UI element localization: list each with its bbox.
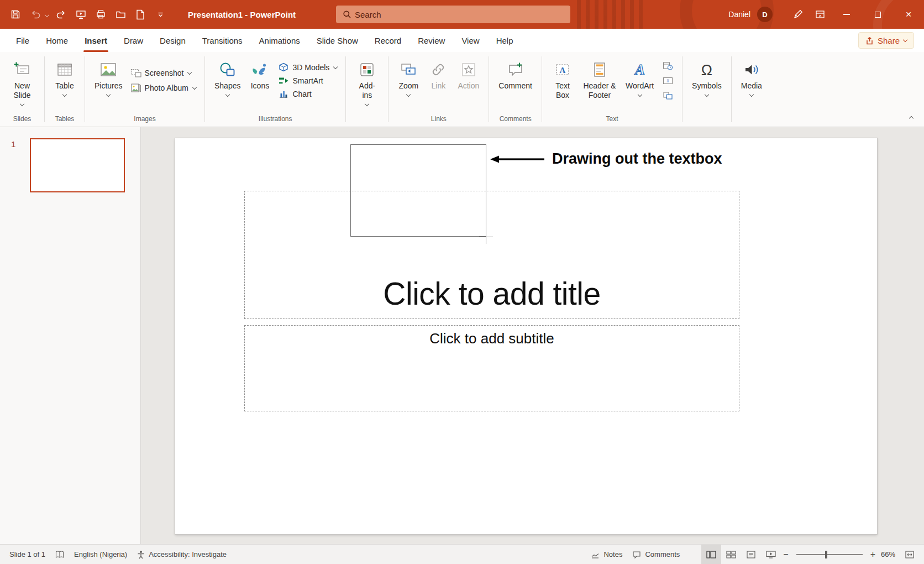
save-button[interactable] xyxy=(7,6,24,23)
notes-button[interactable]: Notes xyxy=(586,545,627,564)
new-document-icon xyxy=(136,9,145,20)
new-file-button[interactable] xyxy=(132,6,149,23)
group-separator xyxy=(388,56,389,122)
minimize-button[interactable] xyxy=(831,0,862,29)
slide-sorter-icon xyxy=(726,551,736,558)
comment-button[interactable]: Comment xyxy=(495,55,536,113)
user-avatar[interactable]: D xyxy=(757,7,773,22)
titlebar: Presentation1 - PowerPoint Search Daniel… xyxy=(0,0,924,29)
media-label: Media xyxy=(741,81,762,91)
collapse-ribbon-button[interactable] xyxy=(905,112,917,122)
chevron-down-icon xyxy=(749,92,754,97)
share-button[interactable]: Share xyxy=(858,32,914,49)
zoom-in-button[interactable]: + xyxy=(868,550,878,560)
symbols-button[interactable]: Ω Symbols xyxy=(688,55,726,113)
tab-view[interactable]: View xyxy=(453,29,487,52)
shapes-button[interactable]: Shapes xyxy=(211,55,244,113)
slide-sorter-view-button[interactable] xyxy=(721,545,741,564)
slide-number-button[interactable]: # xyxy=(661,75,674,86)
language-indicator[interactable]: English (Nigeria) xyxy=(69,545,132,564)
header-footer-icon xyxy=(591,56,608,79)
open-file-button[interactable] xyxy=(112,6,129,23)
screenshot-button[interactable]: Screenshot xyxy=(130,68,196,78)
slide-show-view-button[interactable] xyxy=(761,545,781,564)
maximize-button[interactable] xyxy=(862,0,893,29)
smartart-button[interactable]: SmartArt xyxy=(278,76,337,86)
photo-album-button[interactable]: Photo Album xyxy=(130,83,196,93)
object-button[interactable] xyxy=(661,90,674,101)
tab-record[interactable]: Record xyxy=(366,29,410,52)
3d-models-button[interactable]: 3D Models xyxy=(278,62,337,72)
photo-album-label: Photo Album xyxy=(145,83,188,92)
inking-button[interactable] xyxy=(787,3,809,25)
titlebar-right: Daniel D ✕ xyxy=(728,0,924,29)
media-button[interactable]: Media xyxy=(737,55,766,113)
wordart-button[interactable]: A WordArt xyxy=(622,55,658,113)
tab-home[interactable]: Home xyxy=(38,29,76,52)
subtitle-placeholder[interactable]: Click to add subtitle xyxy=(244,325,739,411)
zoom-out-button[interactable]: − xyxy=(781,550,790,560)
zoom-button[interactable]: Zoom xyxy=(394,55,423,113)
tab-slide-show[interactable]: Slide Show xyxy=(308,29,366,52)
icons-button[interactable]: Icons xyxy=(245,55,274,113)
zoom-slider-thumb[interactable] xyxy=(825,551,827,558)
close-button[interactable]: ✕ xyxy=(893,0,924,29)
chart-button[interactable]: Chart xyxy=(278,89,337,99)
share-icon xyxy=(865,36,874,45)
chevron-down-icon xyxy=(637,92,642,97)
normal-view-button[interactable] xyxy=(701,545,721,564)
group-label-illustrations: Illustrations xyxy=(208,113,342,127)
reading-view-button[interactable] xyxy=(741,545,761,564)
slide-thumbnail[interactable] xyxy=(30,138,125,192)
group-separator xyxy=(345,56,346,122)
tab-animations[interactable]: Animations xyxy=(251,29,308,52)
tab-file[interactable]: File xyxy=(8,29,38,52)
new-slide-button[interactable]: New Slide xyxy=(6,55,39,113)
minimize-icon xyxy=(843,14,850,15)
date-time-button[interactable] xyxy=(661,60,674,71)
tab-help[interactable]: Help xyxy=(488,29,522,52)
annotation-text: Drawing out the textbox xyxy=(552,150,722,168)
search-input[interactable]: Search xyxy=(336,6,570,23)
quick-access-toolbar xyxy=(0,6,169,23)
undo-icon xyxy=(30,10,41,19)
slide[interactable]: Drawing out the textbox Click to add tit… xyxy=(175,138,877,534)
comments-button[interactable]: Comments xyxy=(627,545,685,564)
tab-draw[interactable]: Draw xyxy=(116,29,151,52)
svg-text:A: A xyxy=(634,61,645,78)
tab-transitions[interactable]: Transitions xyxy=(194,29,251,52)
fit-slide-to-window-button[interactable] xyxy=(900,545,920,564)
redo-button[interactable] xyxy=(52,6,70,23)
open-folder-icon xyxy=(116,9,126,19)
undo-button[interactable] xyxy=(27,6,44,23)
pictures-label: Pictures xyxy=(95,81,123,91)
start-slideshow-button[interactable] xyxy=(72,6,90,23)
add-ins-button[interactable]: Add-ins xyxy=(351,55,382,113)
header-footer-button[interactable]: Header & Footer xyxy=(579,55,621,113)
status-bar: Slide 1 of 1 English (Nigeria) Accessibi… xyxy=(0,544,924,564)
pen-icon xyxy=(793,9,803,19)
link-button: Link xyxy=(424,55,453,113)
accessibility-checker[interactable]: Accessibility: Investigate xyxy=(132,545,232,564)
add-ins-icon xyxy=(358,56,376,79)
pictures-button[interactable]: Pictures xyxy=(91,55,127,113)
undo-dropdown-chevron-icon[interactable] xyxy=(45,13,49,17)
tab-insert[interactable]: Insert xyxy=(76,29,116,52)
ribbon-group-tables: Table Tables xyxy=(46,52,83,127)
zoom-slider[interactable] xyxy=(796,554,863,555)
title-placeholder[interactable]: Click to add title xyxy=(244,191,739,319)
print-preview-button[interactable] xyxy=(92,6,109,23)
table-button[interactable]: Table xyxy=(50,55,79,113)
new-slide-label: New Slide xyxy=(9,81,35,100)
ribbon-group-add-ins: Add-ins xyxy=(347,52,387,127)
zoom-level[interactable]: 66% xyxy=(878,550,900,558)
tab-review[interactable]: Review xyxy=(410,29,453,52)
shapes-icon xyxy=(219,56,237,79)
text-box-button[interactable]: A Text Box xyxy=(548,55,578,113)
ribbon-display-options-button[interactable] xyxy=(809,3,831,25)
ribbon: New Slide Slides Table Tables xyxy=(0,52,924,127)
spelling-button[interactable] xyxy=(50,545,69,564)
customize-qat-button[interactable] xyxy=(151,6,169,23)
tab-design[interactable]: Design xyxy=(151,29,194,52)
pictures-icon xyxy=(99,56,117,79)
